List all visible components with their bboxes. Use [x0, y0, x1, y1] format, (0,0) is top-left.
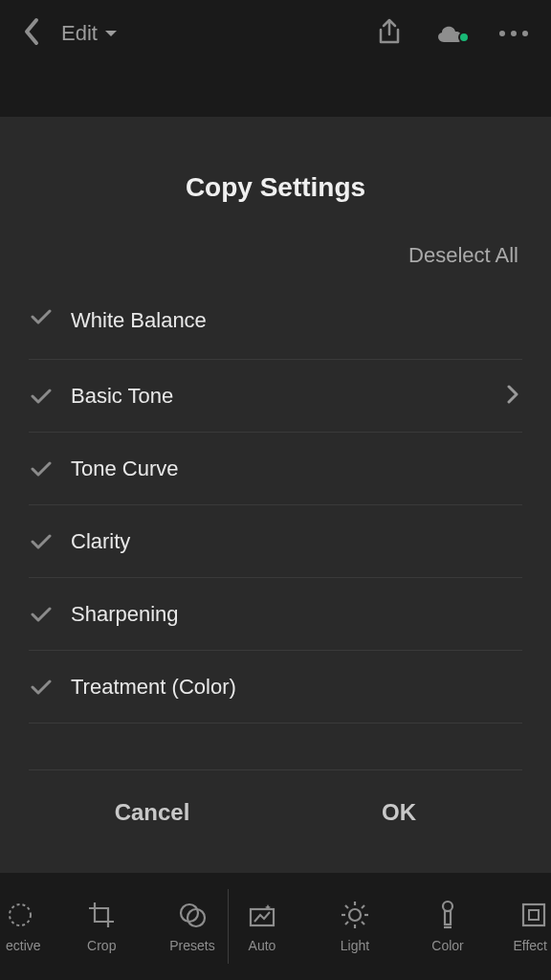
dialog-title: Copy Settings: [29, 172, 522, 203]
svg-line-9: [345, 905, 348, 908]
settings-list: White Balance Basic Tone Tone Curve Clar…: [29, 304, 522, 724]
check-icon: [29, 388, 54, 405]
deselect-all-button[interactable]: Deselect All: [29, 243, 522, 268]
setting-label: Treatment (Color): [71, 675, 522, 700]
dialog-actions: Cancel OK: [29, 769, 522, 855]
setting-label: Basic Tone: [71, 384, 490, 409]
svg-line-12: [345, 922, 348, 924]
setting-row-tone-curve[interactable]: Tone Curve: [29, 433, 522, 505]
setting-label: White Balance: [71, 308, 522, 333]
svg-point-13: [443, 902, 452, 911]
back-icon[interactable]: [23, 17, 40, 50]
tool-light[interactable]: Light: [325, 873, 385, 980]
check-icon: [29, 308, 54, 325]
edit-dropdown[interactable]: Edit: [61, 21, 119, 46]
svg-point-4: [349, 909, 361, 921]
setting-row-clarity[interactable]: Clarity: [29, 505, 522, 578]
edit-label: Edit: [61, 21, 98, 46]
cloud-sync-icon[interactable]: [434, 23, 467, 44]
color-icon: [437, 900, 458, 930]
selective-icon: [6, 900, 34, 930]
share-icon[interactable]: [377, 18, 402, 49]
tool-label: Color: [431, 938, 463, 953]
tool-label: Presets: [169, 938, 214, 953]
svg-rect-16: [523, 904, 544, 925]
caret-down-icon: [103, 29, 119, 38]
tool-label: Effect: [513, 938, 547, 953]
cancel-button[interactable]: Cancel: [29, 770, 276, 855]
tool-presets[interactable]: Presets: [163, 873, 222, 980]
setting-row-basic-tone[interactable]: Basic Tone: [29, 360, 522, 433]
setting-label: Sharpening: [71, 602, 522, 627]
check-icon: [29, 460, 54, 478]
svg-rect-17: [529, 910, 539, 920]
setting-row-white-balance[interactable]: White Balance: [29, 304, 522, 360]
setting-row-treatment[interactable]: Treatment (Color): [29, 651, 522, 724]
setting-label: Tone Curve: [71, 457, 522, 481]
tool-selective[interactable]: ective: [6, 873, 41, 980]
auto-icon: [247, 900, 277, 930]
svg-point-0: [10, 904, 31, 925]
light-icon: [341, 900, 369, 930]
tool-label: ective: [6, 938, 41, 953]
sync-status-dot: [458, 32, 470, 43]
tool-crop[interactable]: Crop: [72, 873, 131, 980]
chevron-right-icon: [507, 385, 522, 408]
svg-line-10: [362, 922, 364, 924]
copy-settings-dialog: Copy Settings Deselect All White Balance…: [0, 117, 551, 873]
tool-label: Crop: [87, 938, 116, 953]
app-header: Edit: [0, 0, 551, 67]
check-icon: [29, 533, 54, 550]
crop-icon: [87, 900, 116, 930]
setting-label: Clarity: [71, 529, 522, 554]
bottom-toolbar: ective Crop Presets Auto Light: [0, 873, 551, 980]
svg-line-11: [362, 905, 364, 908]
tool-auto[interactable]: Auto: [232, 873, 292, 980]
presets-icon: [178, 900, 207, 930]
tool-label: Light: [341, 938, 369, 953]
more-icon[interactable]: [499, 31, 528, 36]
tool-label: Auto: [249, 938, 276, 953]
ok-button[interactable]: OK: [276, 770, 522, 855]
svg-rect-14: [445, 911, 451, 924]
tool-effects[interactable]: Effect: [511, 873, 547, 980]
check-icon: [29, 606, 54, 623]
effects-icon: [520, 900, 547, 930]
check-icon: [29, 679, 54, 696]
tool-color[interactable]: Color: [418, 873, 477, 980]
setting-row-sharpening[interactable]: Sharpening: [29, 578, 522, 651]
